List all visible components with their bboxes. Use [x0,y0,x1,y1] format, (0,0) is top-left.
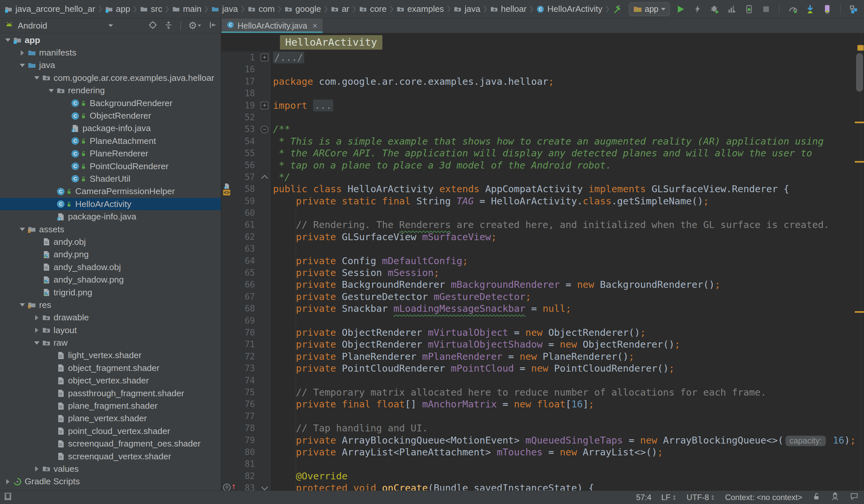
gutter[interactable]: 64 [221,255,271,267]
gutter[interactable]: 57 [221,171,271,183]
gutter[interactable]: 1+ [221,51,271,63]
gutter[interactable]: 74 [221,374,271,386]
line-separator-selector[interactable]: LF↕ [661,493,677,502]
fold-expand-icon[interactable]: + [261,53,268,61]
gutter[interactable]: 76 [221,398,271,410]
tree-item-rendering[interactable]: rendering [0,84,221,97]
sdk-manager-icon[interactable] [804,3,816,15]
collapse-all-icon[interactable] [164,20,173,31]
run-configuration-selector[interactable]: app [629,2,670,16]
tree-item-passthrough-fragment-shader[interactable]: passthrough_fragment.shader [0,387,221,399]
gutter[interactable]: 72 [221,350,271,362]
tree-item-raw[interactable]: raw [0,336,221,349]
gutter[interactable]: 53− [221,123,271,135]
gutter[interactable]: 18 [221,87,271,99]
project-view-selector[interactable]: Android [4,20,113,32]
tree-item-plane-vertex-shader[interactable]: plane_vertex.shader [0,412,221,425]
breadcrumb-item-app[interactable]: app [105,4,130,14]
breadcrumb-item-helloaractivity[interactable]: CHelloArActivity [537,4,602,14]
breadcrumb-item-java[interactable]: java [211,4,238,14]
run-icon[interactable] [674,3,687,15]
line-number[interactable]: 62 [221,231,259,243]
profile-icon[interactable] [726,3,738,15]
tree-item-gradle-scripts[interactable]: Gradle Scripts [0,476,221,488]
tree-item-package-info-java[interactable]: Jpackage-info.java [0,210,221,223]
tree-item-values[interactable]: values [0,463,221,475]
fold-start-icon[interactable] [261,484,268,491]
tree-item-backgroundrenderer[interactable]: CBackgroundRenderer [0,97,221,109]
warning-stripe-mark[interactable] [855,161,864,163]
scrollbar-thumb[interactable] [856,53,863,92]
project-structure-icon[interactable] [848,3,860,15]
collapse-arrow-icon[interactable] [49,89,54,92]
settings-gear-icon[interactable]: ⚙ [188,21,201,31]
tree-item-plane-fragment-shader[interactable]: plane_fragment.shader [0,399,221,412]
gutter[interactable]: 77 [221,410,271,422]
tree-item-planeattachment[interactable]: CPlaneAttachment [0,135,221,147]
collapse-arrow-icon[interactable] [5,38,11,42]
line-number[interactable]: 76 [221,398,259,410]
line-number[interactable]: 54 [221,135,259,147]
tree-item-shaderutil[interactable]: CShaderUtil [0,172,221,185]
tree-item-andy-obj[interactable]: andy.obj [0,236,221,248]
gutter[interactable]: 81 [221,458,271,470]
gutter[interactable]: 61 [221,219,271,231]
encoding-selector[interactable]: UTF-8↕ [687,493,715,502]
caret-position[interactable]: 57:4 [636,493,651,502]
gutter[interactable]: 69 [221,315,271,327]
tree-item-screenquad-vertex-shader[interactable]: screenquad_vertex.shader [0,450,221,463]
line-number[interactable]: 70 [221,327,259,338]
hide-panel-icon[interactable] [208,20,217,31]
line-number[interactable]: 79 [221,434,259,446]
line-number[interactable]: 66 [221,279,259,290]
gutter[interactable]: 79 [221,434,271,446]
line-number[interactable]: 77 [221,410,259,422]
tab-helloaractivity-java[interactable]: C HelloArActivity.java × [221,19,323,33]
line-number[interactable]: 69 [221,315,259,327]
tree-item-pointcloudrenderer[interactable]: CPointCloudRenderer [0,160,221,172]
line-number[interactable]: 64 [221,255,259,267]
line-number[interactable]: 56 [221,159,259,171]
expand-arrow-icon[interactable] [35,466,38,471]
breadcrumb-item-main[interactable]: main [172,4,201,14]
apply-changes-icon[interactable] [692,3,704,15]
expand-arrow-icon[interactable] [35,315,38,320]
line-number[interactable]: 78 [221,422,259,434]
tree-item-screenquad-fragment-oes-shader[interactable]: screenquad_fragment_oes.shader [0,437,221,450]
gutter[interactable]: 71 [221,338,271,350]
tree-item-drawable[interactable]: drawable [0,311,221,324]
tree-item-object-vertex-shader[interactable]: object_vertex.shader [0,374,221,387]
inspection-status-marker[interactable] [857,45,864,51]
gutter[interactable]: 68 [221,303,271,314]
line-number[interactable]: 17 [221,75,259,87]
tree-item-layout[interactable]: layout [0,324,221,336]
locate-file-icon[interactable] [148,20,157,31]
line-number[interactable]: 18 [221,87,259,99]
tree-item-andy-png[interactable]: andy.png [0,248,221,261]
gutter[interactable]: 16 [221,63,271,75]
gutter[interactable]: 67 [221,291,271,303]
breadcrumb-item-java-arcore-hello-ar[interactable]: java_arcore_hello_ar [4,4,95,14]
gutter[interactable]: 78 [221,422,271,434]
related-xml-icon[interactable]: <> [223,190,230,195]
breadcrumb-item-com[interactable]: com [248,4,275,14]
line-number[interactable]: 53 [221,123,259,135]
fold-collapse-icon[interactable]: − [261,125,268,133]
gutter[interactable]: 83o↑ [221,482,271,491]
warning-stripe-mark[interactable] [855,122,864,123]
line-number[interactable]: 73 [221,362,259,374]
toolwindow-toggle-icon[interactable] [3,492,12,503]
line-number[interactable]: 1 [221,51,259,63]
breadcrumb-item-java[interactable]: java [454,4,480,14]
breadcrumb-item-ar[interactable]: ar [331,4,349,14]
close-icon[interactable]: × [312,21,317,30]
line-number[interactable]: 57 [221,171,259,183]
collapse-arrow-icon[interactable] [20,303,25,307]
hector-inspector-icon[interactable] [830,492,840,503]
gutter[interactable]: 55 [221,147,271,159]
tree-item-point-cloud-vertex-shader[interactable]: point_cloud_vertex.shader [0,425,221,437]
warning-stripe-mark[interactable] [855,311,864,313]
line-number[interactable]: 65 [221,267,259,279]
tree-item-planerenderer[interactable]: CPlaneRenderer [0,147,221,160]
attach-debugger-icon[interactable] [743,3,755,15]
